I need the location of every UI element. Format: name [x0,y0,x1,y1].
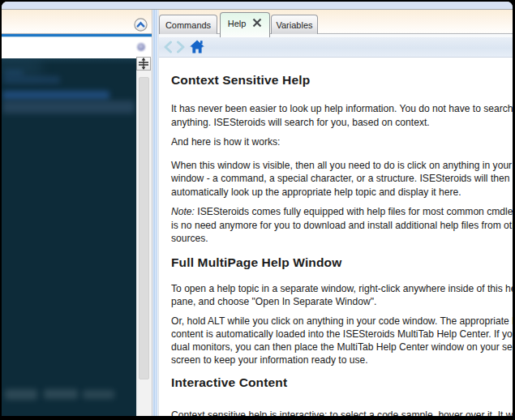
console-blurred-text [83,390,114,399]
tab-commands-label: Commands [165,15,211,35]
article-line: content is automatically loaded into the… [171,328,513,340]
screenshot-root: { "window": { "kind": "PowerShell ISE ad… [0,0,515,420]
console-blurred-text [2,91,109,100]
article-line: dual monitors, you can then place the Mu… [171,341,513,353]
article-line: anything. ISESteroids will search for yo… [171,117,430,128]
back-button[interactable] [163,41,173,54]
tab-variables[interactable]: Variables [271,15,318,34]
console-pane-header [2,37,152,58]
article-line: automatically look up the appropriate he… [171,186,461,198]
help-pane: Commands Help Variables [159,10,513,416]
window-border-bottom [0,416,515,420]
article-line: is no need anymore for you to download a… [171,220,513,231]
console-output[interactable] [2,58,136,416]
note-text: ISESteroids comes fully equipped with he… [195,206,513,217]
close-icon[interactable] [252,14,262,24]
help-nav-toolbar [159,37,513,58]
home-button[interactable] [190,40,204,54]
article-line: Or, hold ALT while you click on anything… [171,315,513,327]
tab-variables-label: Variables [276,15,312,35]
pane-splitter[interactable] [152,10,159,416]
article-line: Note: ISESteroids comes fully equipped w… [171,206,513,217]
note-label: Note: [171,206,195,217]
article-line: And here is how it works: [171,136,280,148]
article-line: To open a help topic in a separate windo… [171,283,513,294]
console-blurred-text [3,76,60,84]
console-blurred-text [4,71,24,75]
application-window: Commands Help Variables [2,2,513,416]
article-line: When this window is visible, then all yo… [171,160,513,171]
section-heading: Interactive Content [171,375,287,390]
tab-commands[interactable]: Commands [159,15,217,34]
article-line: pane, and choose "Open In Separate Windo… [171,296,376,307]
console-blurred-text [2,101,135,114]
section-heading: Context Sensitive Help [171,73,310,88]
help-content[interactable]: Context Sensitive Help It has never been… [159,58,513,416]
tab-help[interactable]: Help [220,12,270,37]
forward-button[interactable] [176,41,186,54]
article-line: window - a command, a special character,… [171,173,509,184]
console-blurred-text [5,389,37,400]
tab-help-label: Help [228,13,247,34]
gear-icon[interactable] [137,43,145,51]
article-line: Context sensitive help is interactive: t… [171,409,513,416]
console-scrollbar-thumb[interactable] [139,77,149,379]
article-line: sources. [171,233,208,244]
split-handle-icon[interactable] [136,57,151,71]
section-heading: Full MultiPage Help Window [171,255,341,270]
window-top-strip [2,2,513,9]
article-line: screen to keep your information ready to… [171,354,368,366]
console-blurred-text [44,389,78,399]
article-line: It has never been easier to look up help… [171,103,513,114]
collapse-pane-button[interactable] [134,18,148,32]
